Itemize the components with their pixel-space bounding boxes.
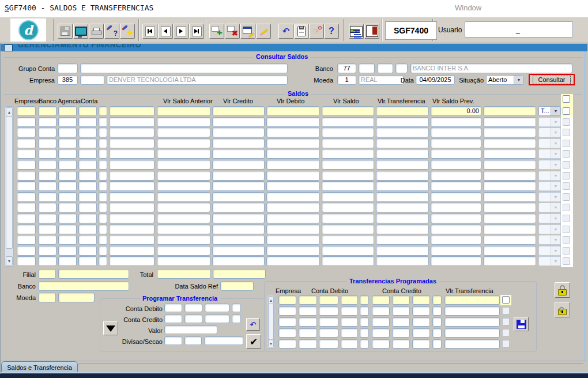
saldos-cell[interactable] bbox=[266, 106, 320, 116]
transfer-cell[interactable] bbox=[444, 328, 500, 338]
saldos-row-checkbox[interactable] bbox=[563, 247, 570, 255]
insert-record-button[interactable]: + bbox=[209, 24, 224, 39]
saldos-cell[interactable] bbox=[431, 192, 481, 202]
saldos-cell[interactable] bbox=[157, 256, 210, 266]
exit-button[interactable] bbox=[364, 24, 379, 39]
saldos-cell[interactable] bbox=[157, 224, 210, 234]
transfer-cell[interactable] bbox=[299, 317, 317, 327]
saldos-cell[interactable] bbox=[17, 214, 36, 223]
saldos-cell[interactable] bbox=[99, 235, 107, 245]
saldos-cell[interactable] bbox=[78, 149, 97, 159]
unlock-button[interactable] bbox=[555, 302, 570, 317]
saldos-cell[interactable] bbox=[266, 181, 320, 191]
saldos-scrollbar[interactable]: ▲ ▼ bbox=[5, 106, 14, 267]
saldos-cell[interactable] bbox=[78, 246, 97, 256]
saldos-cell[interactable] bbox=[376, 139, 429, 148]
saldos-cell[interactable] bbox=[78, 235, 97, 245]
saldos-cell[interactable] bbox=[483, 224, 536, 234]
transfer-cell[interactable] bbox=[444, 295, 500, 305]
transfer-cell[interactable] bbox=[432, 339, 442, 349]
saldos-cell[interactable] bbox=[157, 235, 210, 245]
saldos-cell[interactable] bbox=[38, 139, 56, 148]
saldos-cell[interactable] bbox=[78, 160, 97, 170]
transfer-cell[interactable] bbox=[412, 295, 430, 305]
saldos-cell[interactable] bbox=[109, 246, 154, 256]
transfer-cell[interactable] bbox=[360, 317, 369, 327]
empresa-code-field[interactable]: 385 bbox=[57, 75, 78, 85]
saldos-cell[interactable] bbox=[431, 128, 481, 137]
transfer-cell[interactable] bbox=[372, 306, 390, 316]
transfer-cell[interactable] bbox=[299, 295, 317, 305]
saldos-cell[interactable] bbox=[109, 256, 154, 266]
edit-button[interactable] bbox=[256, 24, 271, 39]
transfer-cell[interactable] bbox=[432, 306, 442, 316]
transfer-cell[interactable] bbox=[278, 339, 296, 349]
saldos-cell[interactable] bbox=[212, 246, 265, 256]
saldos-cell[interactable] bbox=[483, 117, 536, 127]
saldos-cell[interactable] bbox=[99, 181, 107, 191]
saldos-cell[interactable] bbox=[99, 192, 107, 202]
banco-agencia-field[interactable] bbox=[359, 63, 375, 73]
transfer-cell[interactable] bbox=[341, 295, 358, 305]
saldos-cell[interactable] bbox=[157, 139, 210, 148]
saldos-cell[interactable] bbox=[322, 224, 374, 234]
saldos-cell[interactable] bbox=[483, 171, 536, 181]
saldos-cell[interactable] bbox=[322, 246, 374, 256]
window-menu[interactable]: Window bbox=[455, 3, 481, 12]
conta-credito-agencia-field[interactable] bbox=[184, 315, 202, 323]
saldos-cell[interactable] bbox=[266, 149, 320, 159]
transfer-cell[interactable] bbox=[392, 295, 410, 305]
saldos-cell[interactable] bbox=[38, 160, 56, 170]
next-record-button[interactable] bbox=[174, 24, 189, 39]
saldos-cell[interactable] bbox=[109, 171, 154, 181]
saldos-cell[interactable] bbox=[212, 171, 265, 181]
last-record-button[interactable] bbox=[189, 24, 204, 39]
saldos-cell[interactable] bbox=[212, 203, 265, 212]
scrollbar-thumb[interactable] bbox=[268, 304, 274, 340]
transfer-cell[interactable] bbox=[412, 339, 430, 349]
saldos-cell[interactable] bbox=[483, 214, 536, 223]
saldos-cell[interactable] bbox=[212, 139, 265, 148]
saldos-cell[interactable] bbox=[58, 256, 77, 266]
saldos-cell[interactable] bbox=[38, 246, 56, 256]
execute-query-button[interactable] bbox=[120, 24, 135, 39]
saldos-cell[interactable] bbox=[212, 128, 265, 137]
valor-field[interactable] bbox=[164, 325, 217, 334]
saldos-cell[interactable] bbox=[99, 149, 107, 159]
saldos-cell[interactable] bbox=[157, 181, 210, 191]
saldos-cell[interactable] bbox=[212, 214, 265, 223]
saldos-cell[interactable] bbox=[322, 171, 374, 181]
transfer-cell[interactable] bbox=[319, 328, 338, 338]
saldos-cell[interactable] bbox=[322, 235, 374, 245]
transfer-cell[interactable] bbox=[444, 339, 500, 349]
lock-button[interactable] bbox=[555, 282, 570, 298]
save-transfers-button[interactable] bbox=[514, 317, 529, 331]
saldos-cell[interactable] bbox=[109, 149, 154, 159]
screen-button[interactable] bbox=[73, 24, 88, 39]
total-saldo-anterior-field[interactable] bbox=[157, 269, 211, 279]
transfer-cell[interactable] bbox=[319, 339, 338, 349]
saldos-cell[interactable] bbox=[266, 256, 320, 266]
transfer-cell[interactable] bbox=[372, 339, 390, 349]
saldos-cell[interactable] bbox=[322, 160, 374, 170]
filial-code-field[interactable] bbox=[38, 269, 56, 279]
saldos-cell[interactable] bbox=[376, 235, 429, 245]
saldos-cell[interactable] bbox=[483, 203, 536, 212]
saldos-cell[interactable] bbox=[58, 117, 77, 127]
saldos-cell[interactable] bbox=[38, 256, 56, 266]
undo-transfer-button[interactable]: ↶ bbox=[246, 318, 260, 331]
transfer-cell[interactable] bbox=[319, 306, 338, 316]
saldos-cell[interactable] bbox=[212, 224, 265, 234]
saldos-cell[interactable] bbox=[38, 128, 56, 137]
conta-debito-banco-field[interactable] bbox=[164, 304, 182, 312]
saldos-cell[interactable] bbox=[483, 246, 536, 256]
saldos-cell[interactable] bbox=[109, 214, 154, 223]
transfer-cell[interactable] bbox=[432, 317, 442, 327]
transfer-cell[interactable] bbox=[412, 306, 430, 316]
transfer-cell[interactable] bbox=[278, 295, 296, 305]
saldos-cell[interactable] bbox=[266, 192, 320, 202]
saldos-cell[interactable] bbox=[58, 214, 77, 223]
transferencias-scrollbar[interactable]: ▲ ▼ bbox=[267, 295, 275, 349]
saldos-cell[interactable] bbox=[266, 128, 320, 137]
saldos-cell[interactable] bbox=[157, 171, 210, 181]
